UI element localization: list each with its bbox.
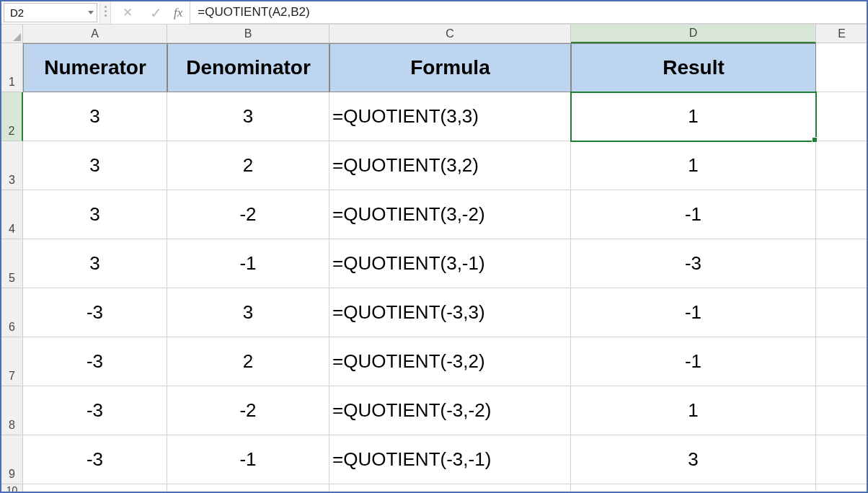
cell-B4[interactable]: -2 [167, 190, 329, 239]
cell-E6[interactable] [816, 288, 868, 337]
cell-B1[interactable]: Denominator [167, 43, 329, 92]
cell-A10[interactable] [23, 484, 167, 493]
cell-B3[interactable]: 2 [167, 141, 329, 190]
cell-E8[interactable] [816, 386, 868, 435]
row-header-5[interactable]: 5 [1, 239, 23, 288]
cell-B5[interactable]: -1 [167, 239, 329, 288]
cell-D9[interactable]: 3 [571, 435, 816, 484]
cell-D2[interactable]: 1 [571, 92, 816, 141]
row-header-6[interactable]: 6 [1, 288, 23, 337]
cell-D4[interactable]: -1 [571, 190, 816, 239]
cell-C10[interactable] [329, 484, 571, 493]
cell-C3[interactable]: =QUOTIENT(3,2) [329, 141, 571, 190]
cell-A9[interactable]: -3 [23, 435, 167, 484]
cell-C1[interactable]: Formula [329, 43, 571, 92]
formula-input[interactable]: =QUOTIENT(A2,B2) [190, 1, 867, 24]
row-header-3[interactable]: 3 [1, 141, 23, 190]
cell-A2[interactable]: 3 [23, 92, 167, 141]
cell-B2[interactable]: 3 [167, 92, 329, 141]
cell-A5[interactable]: 3 [23, 239, 167, 288]
col-header-B[interactable]: B [167, 25, 329, 43]
grip-icon[interactable] [99, 1, 111, 24]
row-header-7[interactable]: 7 [1, 337, 23, 386]
cell-A8[interactable]: -3 [23, 386, 167, 435]
cell-C9[interactable]: =QUOTIENT(-3,-1) [329, 435, 571, 484]
cell-D10[interactable] [571, 484, 816, 493]
col-header-D[interactable]: D [571, 25, 816, 43]
cell-D8[interactable]: 1 [571, 386, 816, 435]
cell-E4[interactable] [816, 190, 868, 239]
cancel-icon[interactable]: ✕ [123, 5, 133, 20]
cell-B10[interactable] [167, 484, 329, 493]
cell-D6[interactable]: -1 [571, 288, 816, 337]
cell-C6[interactable]: =QUOTIENT(-3,3) [329, 288, 571, 337]
cell-B9[interactable]: -1 [167, 435, 329, 484]
cell-D1[interactable]: Result [571, 43, 816, 92]
cell-C7[interactable]: =QUOTIENT(-3,2) [329, 337, 571, 386]
row-header-9[interactable]: 9 [1, 435, 23, 484]
cell-E2[interactable] [816, 92, 868, 141]
cell-E5[interactable] [816, 239, 868, 288]
cell-E10[interactable] [816, 484, 868, 493]
row-header-8[interactable]: 8 [1, 386, 23, 435]
col-header-A[interactable]: A [23, 25, 167, 43]
row-header-2[interactable]: 2 [1, 92, 23, 141]
spreadsheet-grid: A B C D E 1 Numerator Denominator Formul… [1, 25, 867, 493]
select-all-corner[interactable] [1, 25, 23, 43]
col-header-C[interactable]: C [329, 25, 571, 43]
row-header-4[interactable]: 4 [1, 190, 23, 239]
cell-C4[interactable]: =QUOTIENT(3,-2) [329, 190, 571, 239]
cell-E1[interactable] [816, 43, 868, 92]
cell-B8[interactable]: -2 [167, 386, 329, 435]
cell-D7[interactable]: -1 [571, 337, 816, 386]
cell-A3[interactable]: 3 [23, 141, 167, 190]
dropdown-icon[interactable] [88, 11, 94, 14]
cell-A6[interactable]: -3 [23, 288, 167, 337]
cell-B6[interactable]: 3 [167, 288, 329, 337]
cell-C5[interactable]: =QUOTIENT(3,-1) [329, 239, 571, 288]
cell-D5[interactable]: -3 [571, 239, 816, 288]
fx-icon[interactable]: fx [174, 1, 190, 24]
cell-C2[interactable]: =QUOTIENT(3,3) [329, 92, 571, 141]
cell-D3[interactable]: 1 [571, 141, 816, 190]
name-box-value: D2 [10, 6, 24, 19]
confirm-icon[interactable]: ✓ [150, 4, 162, 22]
row-header-10[interactable]: 10 [1, 484, 23, 493]
cell-E7[interactable] [816, 337, 868, 386]
cell-C8[interactable]: =QUOTIENT(-3,-2) [329, 386, 571, 435]
cell-A4[interactable]: 3 [23, 190, 167, 239]
formula-bar: D2 ✕ ✓ fx =QUOTIENT(A2,B2) [1, 1, 867, 25]
cell-A7[interactable]: -3 [23, 337, 167, 386]
formula-text: =QUOTIENT(A2,B2) [198, 5, 309, 19]
col-header-E[interactable]: E [816, 25, 868, 43]
cell-B7[interactable]: 2 [167, 337, 329, 386]
cell-A1[interactable]: Numerator [23, 43, 167, 92]
cell-E3[interactable] [816, 141, 868, 190]
row-header-1[interactable]: 1 [1, 43, 23, 92]
formula-controls: ✕ ✓ [111, 1, 174, 24]
name-box[interactable]: D2 [4, 3, 97, 22]
cell-E9[interactable] [816, 435, 868, 484]
